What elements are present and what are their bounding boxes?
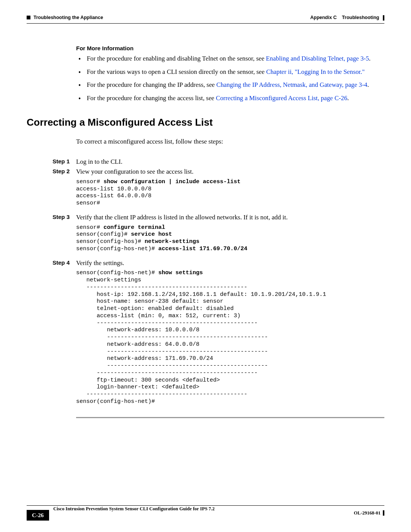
- steps-block: Step 1 Log in to the CLI. Step 2 View yo…: [76, 158, 384, 406]
- square-icon: [27, 16, 30, 19]
- footer-docnum: OL-29168-01: [354, 510, 381, 516]
- list-item: For the various ways to open a CLI sessi…: [76, 68, 384, 77]
- fmi-heading: For More Information: [76, 45, 384, 52]
- step-3: Step 3 Verify that the client IP address…: [76, 213, 384, 222]
- header-left-text: Troubleshooting the Appliance: [33, 14, 103, 21]
- link-change-ip[interactable]: Changing the IP Address, Netmask, and Ga…: [216, 81, 367, 88]
- link-enable-telnet[interactable]: Enabling and Disabling Telnet, page 3-5: [266, 55, 369, 62]
- code-block-3: sensor(config-hos-net)# show settings ne…: [76, 270, 384, 405]
- link-access-list[interactable]: Correcting a Misconfigured Access List, …: [216, 94, 347, 102]
- step-1: Step 1 Log in to the CLI.: [76, 158, 384, 166]
- step-4: Step 4 Verify the settings.: [76, 259, 384, 268]
- content-area: For More Information For the procedure f…: [0, 24, 411, 418]
- bar-icon: [383, 15, 384, 21]
- intro-text: To correct a misconfigured access list, …: [76, 137, 384, 146]
- fmi-list: For the procedure for enabling and disab…: [76, 54, 384, 103]
- step-text: Verify that the client IP address is lis…: [76, 213, 384, 222]
- header-chapter: Troubleshooting: [342, 15, 379, 20]
- step-text: Verify the settings.: [76, 259, 384, 268]
- header-appendix: Appendix C: [310, 15, 336, 20]
- page-footer: Cisco Intrusion Prevention System Sensor…: [27, 505, 384, 521]
- step-label: Step 4: [53, 259, 76, 268]
- header-left: Troubleshooting the Appliance: [27, 14, 103, 21]
- code-block-1: sensor# show configuration | include acc…: [76, 179, 384, 207]
- list-item: For the procedure for enabling and disab…: [76, 54, 384, 63]
- step-label: Step 3: [53, 213, 76, 222]
- section-end-rule: [76, 417, 384, 418]
- step-label: Step 1: [53, 158, 76, 166]
- step-2: Step 2 View your configuration to see th…: [76, 168, 384, 176]
- header-right: Appendix C Troubleshooting: [310, 14, 384, 21]
- page-number: C-26: [27, 510, 49, 521]
- for-more-info-block: For More Information For the procedure f…: [76, 45, 384, 103]
- list-item: For the procedure for changing the IP ad…: [76, 81, 384, 89]
- code-block-2: sensor# configure terminal sensor(config…: [76, 224, 384, 253]
- step-text: Log in to the CLI.: [76, 158, 384, 166]
- step-text: View your configuration to see the acces…: [76, 168, 384, 176]
- list-item: For the procedure for changing the acces…: [76, 94, 384, 103]
- page-header: Troubleshooting the Appliance Appendix C…: [0, 0, 411, 22]
- step-label: Step 2: [53, 168, 76, 176]
- section-heading: Correcting a Misconfigured Access List: [27, 116, 384, 129]
- footer-docnum-wrap: OL-29168-01: [354, 510, 384, 516]
- bar-icon: [383, 510, 384, 516]
- link-logging-in[interactable]: Chapter ii, "Logging In to the Sensor.": [266, 68, 365, 75]
